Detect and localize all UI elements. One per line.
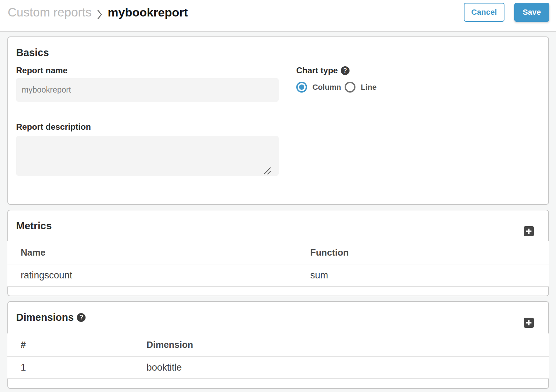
- chart-type-option-line[interactable]: Line: [345, 82, 377, 93]
- chevron-right-icon: [97, 10, 102, 19]
- add-metric-button[interactable]: [524, 226, 534, 236]
- dimensions-table: # Dimension 1 booktitle: [7, 333, 549, 379]
- metrics-header-row: Name Function: [7, 241, 549, 264]
- top-bar: Custom reports mybookreport Cancel Save: [0, 0, 556, 32]
- dimension-index-cell: 1: [7, 362, 133, 373]
- chart-type-help-icon[interactable]: ?: [341, 66, 350, 75]
- save-button[interactable]: Save: [514, 3, 549, 22]
- add-dimension-button[interactable]: [524, 318, 534, 328]
- basics-card: Basics Report name Report description: [7, 36, 549, 205]
- metrics-title: Metrics: [16, 218, 52, 233]
- dimensions-header-row: # Dimension: [7, 333, 549, 357]
- metric-function-cell: sum: [297, 270, 549, 281]
- dimensions-col-dimension: Dimension: [133, 339, 549, 350]
- radio-column-icon[interactable]: [296, 82, 307, 93]
- basics-title: Basics: [16, 45, 49, 60]
- breadcrumb-current: mybookreport: [108, 6, 188, 19]
- cancel-button[interactable]: Cancel: [464, 3, 504, 22]
- radio-column-label: Column: [312, 83, 341, 92]
- report-description-label: Report description: [16, 121, 279, 133]
- dimensions-row[interactable]: 1 booktitle: [7, 357, 549, 379]
- report-name-input[interactable]: [16, 78, 279, 102]
- report-name-label: Report name: [16, 64, 279, 77]
- dimension-name-cell: booktitle: [133, 362, 549, 373]
- report-description-textarea[interactable]: [16, 136, 279, 176]
- breadcrumb: Custom reports mybookreport: [8, 5, 188, 19]
- main-content: Basics Report name Report description: [0, 32, 556, 389]
- chart-type-label: Chart type: [296, 64, 338, 77]
- radio-line-icon[interactable]: [345, 82, 355, 93]
- resize-handle-icon[interactable]: [264, 167, 271, 175]
- topbar-actions: Cancel Save: [464, 3, 549, 22]
- metrics-table: Name Function ratingscount sum: [7, 241, 549, 287]
- plus-icon: [526, 320, 532, 326]
- metrics-col-function: Function: [297, 247, 549, 258]
- metrics-row[interactable]: ratingscount sum: [7, 264, 549, 287]
- dimensions-card: Dimensions ? # Dimension 1 booktitle: [7, 301, 549, 389]
- chart-type-option-column[interactable]: Column: [296, 82, 341, 93]
- dimensions-col-index: #: [7, 339, 133, 350]
- plus-icon: [526, 228, 532, 234]
- breadcrumb-parent-link[interactable]: Custom reports: [8, 5, 91, 19]
- dimensions-help-icon[interactable]: ?: [77, 313, 86, 322]
- metrics-col-name: Name: [7, 247, 297, 258]
- metrics-card: Metrics Name Function ratingscount sum: [7, 210, 549, 296]
- dimensions-title: Dimensions: [16, 310, 74, 325]
- metric-name-cell: ratingscount: [7, 270, 297, 281]
- radio-line-label: Line: [361, 83, 377, 92]
